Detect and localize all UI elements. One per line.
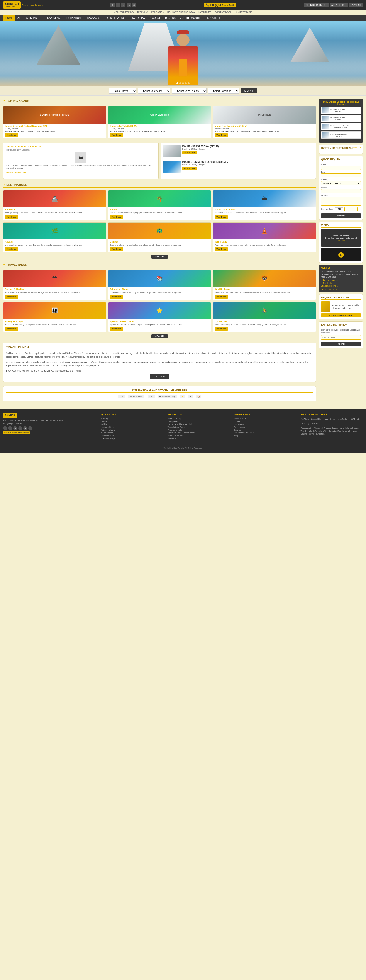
nav-packages[interactable]: PACKAGES [85, 15, 102, 21]
payment-button[interactable]: PAYMENT [349, 3, 363, 7]
dest-btn-rajasthan[interactable]: View Detail [5, 215, 18, 219]
view-detail-mountnun[interactable]: View Detail [215, 134, 228, 137]
footer-nav-wounds[interactable]: Wounds Only Travel [167, 426, 230, 428]
nav-fixed-departure[interactable]: FIXED DEPARTURE [103, 15, 129, 21]
footer-other-press[interactable]: Press Media [234, 426, 296, 428]
footer-google-icon[interactable]: g [13, 426, 17, 430]
footer-link-activity[interactable]: Activity Holidays [101, 429, 163, 431]
days-nights-select[interactable]: -- Select Days / Nights -- [172, 88, 207, 94]
email-input[interactable] [321, 173, 361, 177]
nav-luxury[interactable]: LUXURY TRAINS [235, 11, 252, 14]
agent-login-button[interactable]: AGENT LOGIN [329, 3, 348, 7]
footer-pinterest-icon[interactable]: P [28, 426, 32, 430]
google-icon[interactable]: g [121, 3, 126, 7]
footer-link-culture[interactable]: Culture [101, 420, 163, 423]
country-select[interactable]: Select Your Country [321, 181, 361, 185]
ebrochure-section: REQUEST E-BROCHURE Request for our compa… [319, 294, 363, 319]
footer-nav-transport[interactable]: Transportation [167, 420, 230, 423]
nav-ebrochure[interactable]: E-BROCHURE [203, 15, 223, 21]
departure-select[interactable]: -- Select Departure -- [208, 88, 239, 94]
hero-dot-4[interactable] [185, 83, 187, 84]
dest-btn-himachal[interactable]: View Detail [215, 215, 228, 219]
name-input[interactable] [321, 166, 361, 170]
footer-link-mountaineering[interactable]: Mountaineering [101, 432, 163, 434]
footer-nav-airline[interactable]: Airline Ticketing [167, 418, 230, 420]
nav-education[interactable]: EDUCATION [151, 11, 164, 14]
meet-us-register-link[interactable]: Register on the Url [321, 288, 361, 290]
message-input[interactable] [321, 197, 361, 205]
booking-request-button[interactable]: BOOKING REQUEST [304, 3, 329, 7]
idea-btn-family[interactable]: View Detail [5, 327, 18, 331]
email-sub-input[interactable] [321, 335, 361, 339]
destinations-view-all[interactable]: VIEW ALL [151, 255, 168, 259]
idea-btn-education[interactable]: View Detail [110, 295, 123, 299]
nav-tailor-made[interactable]: TAILOR-MADE REQUEST [130, 15, 162, 21]
captcha-display: 2318 [335, 207, 343, 211]
dest-btn-gujarat[interactable]: View Detail [110, 247, 123, 251]
dest-btn-tamilnadu[interactable]: View Detail [215, 247, 228, 251]
theme-select[interactable]: -- Select Theme -- [109, 88, 136, 94]
nav-mountaineering[interactable]: MOUNTAINEERING [114, 11, 134, 14]
footer-other-network[interactable]: Our Network Websites [234, 432, 296, 434]
view-detail-nagaland[interactable]: View Detail [5, 134, 18, 137]
read-more-button[interactable]: READ MORE [150, 374, 169, 379]
play-button[interactable]: ▶ [338, 252, 344, 258]
idea-btn-special[interactable]: View Detail [110, 327, 123, 331]
footer-youtube-icon[interactable]: ▶ [23, 426, 27, 430]
hero-dot-2[interactable] [179, 83, 181, 84]
footer-nav-festivals[interactable]: Festivals of India [167, 429, 230, 431]
nav-destinations[interactable]: DESTINATIONS [62, 15, 84, 21]
footer-other-career[interactable]: Career [234, 420, 296, 423]
nav-about[interactable]: ABOUT SHIKHAR [15, 15, 39, 21]
footer-facebook-icon[interactable]: f [3, 426, 7, 430]
search-button[interactable]: SEARCH [241, 89, 258, 93]
footer-linkedin-icon[interactable]: in [18, 426, 22, 430]
dest-btn-kerala[interactable]: View Detail [110, 215, 123, 219]
nav-holidays-outside[interactable]: HOLIDAYS OUTSIDE INDIA [167, 11, 195, 14]
request-brochure-button[interactable]: REQUEST A BROCHURE [321, 313, 361, 317]
travel-ideas-view-all[interactable]: VIEW ALL [151, 334, 168, 339]
view-detailed-link[interactable]: View Detailed Information [6, 171, 28, 173]
nav-destination-month[interactable]: DESTINATION OF THE MONTH [163, 15, 202, 21]
footer-nav-disclaimer[interactable]: Disclaimer [167, 438, 230, 439]
footer-nav-terms[interactable]: Terms & Condition [167, 434, 230, 437]
nav-incentives[interactable]: INCENTIVES [198, 11, 211, 14]
footer-link-fixed[interactable]: Fixed Departure [101, 434, 163, 437]
footer-link-luxury[interactable]: Luxury Holidays [101, 438, 163, 439]
footer-link-wildlife[interactable]: Wildlife [101, 423, 163, 425]
footer-link-trekking[interactable]: Trekking [101, 418, 163, 420]
footer-twitter-icon[interactable]: t [8, 426, 12, 430]
testimonials-view-all[interactable]: View All [353, 147, 361, 149]
email-sub-submit[interactable]: SUBMIT [321, 342, 361, 346]
hero-dot-1[interactable] [177, 83, 178, 84]
phone-input[interactable] [321, 189, 361, 193]
footer-other-contact[interactable]: Contact Us [234, 423, 296, 425]
footer-other-blog[interactable]: Blog [234, 434, 296, 437]
dest-btn-assam[interactable]: View Detail [5, 247, 18, 251]
nav-holiday-ideas[interactable]: HOLIDAY IDEAS [40, 15, 62, 21]
twitter-icon[interactable]: t [116, 3, 120, 7]
video-learn-more[interactable]: Learn More [336, 239, 346, 241]
expedition-btn-1[interactable]: VIEW DETAIL [182, 151, 197, 154]
hero-dot-3[interactable] [182, 83, 184, 84]
captcha-input[interactable] [344, 207, 358, 211]
nav-home[interactable]: HOME [3, 15, 15, 21]
footer-nav-expeditions[interactable]: List Of Expeditions Handled [167, 423, 230, 425]
footer-nav-csr[interactable]: Corporate Social Responsibility [167, 432, 230, 434]
nav-expats[interactable]: EXPATS TRAVEL [214, 11, 232, 14]
hero-dot-5[interactable] [188, 83, 189, 84]
idea-btn-culture[interactable]: View Detail [5, 295, 18, 299]
expedition-btn-2[interactable]: VIEW DETAIL [182, 167, 197, 170]
destination-select[interactable]: -- Select Destination -- [138, 88, 170, 94]
footer-link-incentive[interactable]: Incentive Ideas [101, 426, 163, 428]
footer-other-sitemap[interactable]: Sitemap [234, 429, 296, 431]
enquiry-submit-button[interactable]: SUBMIT [321, 213, 361, 218]
footer-other-about[interactable]: About Shikhar [234, 418, 296, 420]
nav-trekking[interactable]: TREKKING [137, 11, 148, 14]
idea-btn-cycling[interactable]: View Detail [215, 327, 228, 331]
facebook-icon[interactable]: f [110, 3, 115, 7]
idea-btn-wildlife[interactable]: View Detail [215, 295, 228, 299]
email-icon[interactable]: ✉ [132, 3, 136, 7]
view-detail-greenlake[interactable]: View Detail [110, 134, 123, 137]
linkedin-icon[interactable]: in [127, 3, 131, 7]
